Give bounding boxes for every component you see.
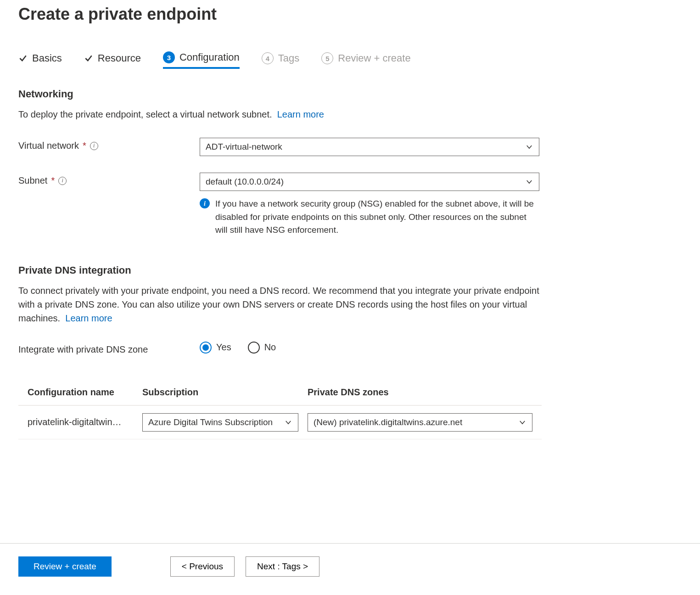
table-row: privatelink-digitaltwin… Azure Digital T… [18,405,542,439]
private-dns-zone-value: (New) privatelink.digitaltwins.azure.net [314,417,462,427]
dns-learn-more-link[interactable]: Learn more [65,313,112,323]
radio-no-label: No [264,342,276,353]
subnet-label: Subnet [18,175,47,186]
radio-icon [248,342,260,354]
col-header-private-dns-zones: Private DNS zones [308,387,532,398]
previous-button[interactable]: < Previous [170,556,235,577]
col-header-configuration-name: Configuration name [28,387,142,398]
networking-learn-more-link[interactable]: Learn more [277,109,324,119]
tab-configuration-label: Configuration [179,51,240,63]
page-title: Create a private endpoint [18,5,682,24]
integrate-dns-radio-yes[interactable]: Yes [200,342,231,354]
col-header-subscription: Subscription [142,387,308,398]
tab-review-create[interactable]: 5 Review + create [321,52,410,68]
review-create-button[interactable]: Review + create [18,556,112,577]
private-dns-description: To connect privately with your private e… [18,284,542,325]
virtual-network-value: ADT-virtual-network [206,142,282,152]
tab-resource-label: Resource [98,52,141,64]
virtual-network-select[interactable]: ADT-virtual-network [200,138,539,156]
chevron-down-icon [518,418,526,427]
info-icon[interactable]: i [90,142,98,150]
required-indicator: * [51,175,55,186]
radio-yes-label: Yes [216,342,231,353]
integrate-dns-radio-no[interactable]: No [248,342,276,354]
info-icon[interactable]: i [58,177,67,185]
info-icon: i [200,198,210,208]
networking-heading: Networking [18,88,682,100]
networking-description-text: To deploy the private endpoint, select a… [18,109,272,119]
step-number-badge: 4 [262,52,274,64]
chevron-down-icon [284,418,292,427]
cell-configuration-name: privatelink-digitaltwin… [28,417,142,427]
tab-configuration[interactable]: 3 Configuration [163,51,240,69]
checkmark-icon [18,54,28,63]
next-button[interactable]: Next : Tags > [246,556,319,577]
tab-review-create-label: Review + create [338,52,410,64]
subscription-select[interactable]: Azure Digital Twins Subscription [142,413,298,432]
step-number-badge: 5 [321,52,333,64]
tab-basics-label: Basics [32,52,62,64]
networking-description: To deploy the private endpoint, select a… [18,107,542,121]
subscription-value: Azure Digital Twins Subscription [148,417,273,427]
checkmark-icon [84,54,93,63]
step-number-badge: 3 [163,51,175,63]
subnet-select[interactable]: default (10.0.0.0/24) [200,173,539,191]
wizard-tabs: Basics Resource 3 Configuration 4 Tags 5… [18,51,682,69]
private-dns-heading: Private DNS integration [18,264,682,276]
virtual-network-label: Virtual network [18,140,79,151]
tab-basics[interactable]: Basics [18,52,62,68]
dns-zones-table: Configuration name Subscription Private … [18,380,542,439]
private-dns-zone-select[interactable]: (New) privatelink.digitaltwins.azure.net [308,413,532,432]
tab-tags[interactable]: 4 Tags [262,52,299,68]
subnet-value: default (10.0.0.0/24) [206,177,284,187]
integrate-dns-label: Integrate with private DNS zone [18,344,148,355]
chevron-down-icon [525,143,533,151]
tab-resource[interactable]: Resource [84,52,141,68]
subnet-info-text: If you have a network security group (NS… [215,197,539,237]
tab-tags-label: Tags [278,52,299,64]
wizard-footer: Review + create < Previous Next : Tags > [0,543,700,577]
required-indicator: * [83,140,86,151]
radio-icon [200,342,212,354]
chevron-down-icon [525,178,533,186]
